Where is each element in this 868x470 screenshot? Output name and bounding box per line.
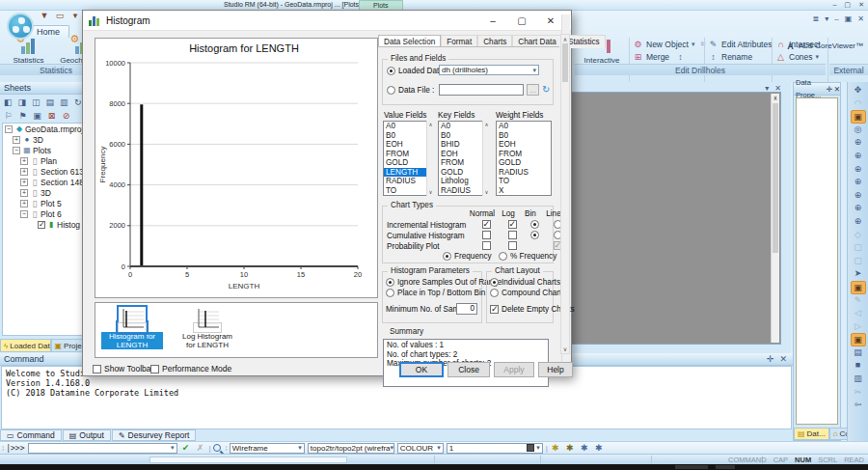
sheets-tool-icon[interactable]: ⚑ <box>16 109 29 121</box>
view-tool-icon[interactable]: ⇦ <box>851 399 866 412</box>
paint-tool-icon[interactable]: ✱ <box>550 443 561 453</box>
view-tool-icon[interactable]: ➤ <box>851 267 866 281</box>
ribbon-command[interactable]: ✎ Edit Attributes <box>708 39 772 49</box>
min-samples-input[interactable]: 0 <box>456 303 477 315</box>
chart-type-checkbox[interactable] <box>472 241 501 252</box>
command-tab[interactable]: ▤Output <box>63 429 111 441</box>
colour-attr-combo[interactable]: COLOUR▾ <box>397 443 444 454</box>
visibility-checkbox[interactable] <box>38 221 45 229</box>
weight-fields-list[interactable]: A0B0EOHFROMGOLDRADIUSTOXYZ <box>496 121 552 196</box>
dropdown-icon[interactable]: ▾ <box>298 444 302 452</box>
tree-item-histog[interactable]: ▮Histog <box>3 219 84 230</box>
maximize-icon[interactable]: ▢ <box>845 1 852 9</box>
view-tool-icon[interactable]: ⊕ <box>851 176 866 189</box>
pin-icon[interactable]: ✛ <box>767 353 774 365</box>
apply-button[interactable]: Apply <box>494 362 534 377</box>
list-item[interactable]: RADIUS <box>499 168 551 178</box>
list-item[interactable]: X <box>499 186 551 196</box>
list-item[interactable]: GOLD <box>499 158 551 168</box>
browse-button[interactable]: ... <box>527 84 539 96</box>
frequency-radio[interactable]: Frequency <box>443 252 492 261</box>
ribbon-command[interactable]: ⊞ Merge ↕ <box>633 51 715 62</box>
view-tool-icon[interactable]: ◁ <box>851 307 866 320</box>
chart-type-checkbox[interactable] <box>501 220 524 231</box>
command-tab[interactable]: ▭Command <box>0 429 62 441</box>
dialog-minimize-icon[interactable]: – <box>478 15 507 26</box>
sheets-tool-icon[interactable]: ▥ <box>58 96 70 107</box>
close-icon[interactable]: ✕ <box>779 353 787 365</box>
close-button[interactable]: Close <box>448 362 490 377</box>
close-pane-icon[interactable]: ✕ <box>857 14 864 23</box>
float-pane-icon[interactable]: ▣ <box>845 14 853 23</box>
expand-icon[interactable]: + <box>20 157 28 165</box>
view-tool-icon[interactable]: ▣ <box>851 333 866 346</box>
command-tab[interactable]: ✎Desurvey Report <box>112 429 196 441</box>
scroll-up-icon[interactable]: ∧ <box>772 95 779 101</box>
sheets-tool-icon[interactable]: ▣ <box>31 109 43 121</box>
value-list-scrollbar[interactable]: ∧∨ <box>426 121 434 196</box>
tree-item-plot-5[interactable]: +▯Plot 5 <box>3 198 84 208</box>
view-tool-icon[interactable]: ▤ <box>851 346 866 360</box>
dropdown-icon[interactable]: ▾ <box>171 444 175 452</box>
compound-chart-radio[interactable]: Compound Chart <box>490 289 561 297</box>
scroll-down-icon[interactable]: ∨ <box>561 346 569 352</box>
ribbon-command[interactable]: ↕ Rename <box>708 51 772 62</box>
chart-type-radio[interactable] <box>524 231 545 241</box>
list-item[interactable]: B0 <box>499 131 551 141</box>
collapse-icon[interactable]: − <box>13 147 20 154</box>
ignore-samples-radio[interactable]: Ignore Samples Out of Range <box>386 278 502 287</box>
list-item[interactable]: FROM <box>499 150 551 159</box>
tree-item-3d[interactable]: +▯3D <box>3 187 84 198</box>
view-tool-icon[interactable]: ⊕ <box>851 202 866 215</box>
refresh-icon[interactable]: ↻ <box>542 84 550 95</box>
chart-thumbnail[interactable]: Log Histogram for LENGTH <box>176 307 238 357</box>
tree-item-geodata-rmproj[interactable]: −◆GeoData.rmproj <box>3 124 84 134</box>
scroll-up-icon[interactable]: ∧ <box>561 36 569 42</box>
list-item[interactable]: TO <box>499 177 551 186</box>
collapse-icon[interactable]: − <box>20 210 28 218</box>
sheets-tool-icon[interactable]: ⊠ <box>45 109 58 121</box>
data-file-radio[interactable]: Data File : <box>387 86 434 95</box>
individual-charts-radio[interactable]: Individual Charts <box>490 278 560 287</box>
view-tool-icon[interactable]: ✥ <box>851 84 866 97</box>
dropdown-icon[interactable]: ▾ <box>536 444 540 452</box>
tree-item-section-6137[interactable]: +▯Section 6137 <box>3 166 84 177</box>
view-tool-icon[interactable]: ▢ <box>851 255 866 268</box>
paint-tool-icon[interactable]: ✱ <box>593 443 605 453</box>
qat-icon[interactable]: ▭ <box>54 11 66 21</box>
view-tool-icon[interactable]: ▥ <box>851 373 866 386</box>
close-icon[interactable]: ✕ <box>834 83 840 96</box>
cancel-command-icon[interactable]: ✗ <box>195 443 206 453</box>
expand-icon[interactable]: + <box>20 189 28 197</box>
ok-button[interactable]: OK <box>399 362 444 377</box>
expand-icon[interactable]: + <box>13 136 20 144</box>
minimize-pane-icon[interactable]: – <box>834 14 838 23</box>
menu-icon[interactable]: ≣ <box>813 14 820 23</box>
pin-icon[interactable]: ✛ <box>826 83 831 96</box>
chart-type-checkbox[interactable] <box>472 231 501 241</box>
tree-item-plot-6[interactable]: −▯Plot 6 <box>3 208 84 219</box>
sheets-tool-icon[interactable]: ⊘ <box>60 109 72 121</box>
chart-type-checkbox[interactable] <box>501 241 524 252</box>
tree-item-plots[interactable]: −▦Plots <box>3 145 84 155</box>
dialog-title-bar[interactable]: Histogram – ▢ ✕ <box>83 11 571 31</box>
command-extra-icon[interactable]: ⌗ <box>697 39 708 49</box>
view-tool-icon[interactable]: ✂ <box>851 386 866 400</box>
dialog-scrollbar[interactable]: ∧ ∨ <box>560 34 570 354</box>
sheets-tool-icon[interactable]: ▤ <box>44 96 57 107</box>
chart-type-radio[interactable] <box>524 220 545 231</box>
command-input[interactable]: ▾ <box>28 443 177 454</box>
view-tool-icon[interactable]: ✎ <box>851 294 866 308</box>
pct-frequency-radio[interactable]: % Frequency <box>499 252 556 261</box>
help-button[interactable]: Help <box>538 362 573 377</box>
view-tool-icon[interactable]: ◠ <box>851 97 866 111</box>
view-tool-icon[interactable]: ◎ <box>851 124 866 137</box>
view-tool-icon[interactable]: ⊕ <box>851 189 866 203</box>
sheets-tool-icon[interactable]: ◨ <box>16 96 29 107</box>
app-menu-button[interactable] <box>7 13 34 40</box>
view-tool-icon[interactable]: ■ <box>851 359 866 373</box>
view-tool-icon[interactable]: ▢ <box>851 241 866 255</box>
als-coreviewer-button[interactable]: A ALS CoreViewer™ <box>785 41 863 51</box>
view-tool-icon[interactable]: ⊕ <box>851 163 866 177</box>
list-item[interactable]: Y <box>499 195 551 196</box>
